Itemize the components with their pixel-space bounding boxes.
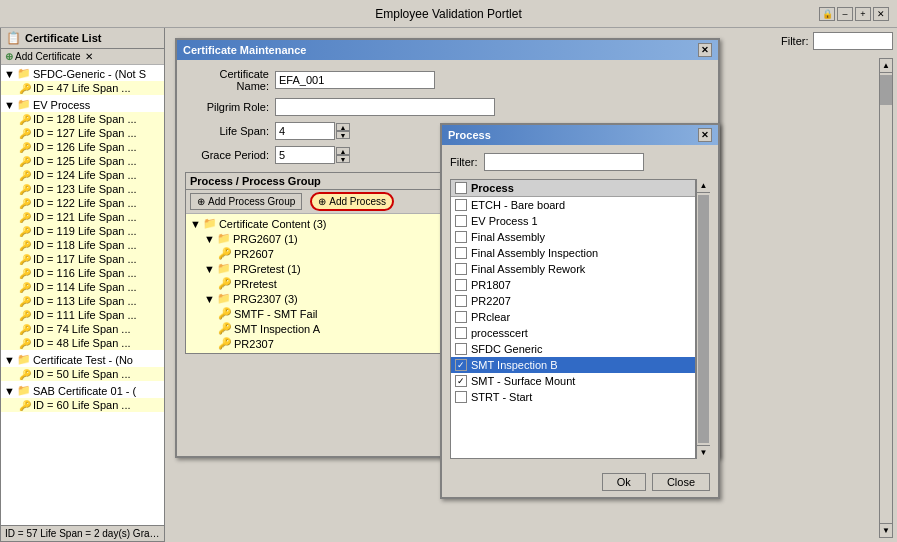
list-item[interactable]: 🔑 ID = 47 Life Span ...	[1, 81, 164, 95]
process-list-item[interactable]: Final Assembly Inspection	[451, 245, 695, 261]
filter-input[interactable]	[813, 32, 893, 50]
list-item[interactable]: 🔑ID = 122 Life Span ...	[1, 196, 164, 210]
process-list-item-selected[interactable]: ✓ SMT Inspection B	[451, 357, 695, 373]
list-item[interactable]: 🔑ID = 127 Life Span ...	[1, 126, 164, 140]
item-checkbox[interactable]	[455, 215, 467, 227]
list-item[interactable]: 🔑ID = 48 Life Span ...	[1, 336, 164, 350]
item-checkbox[interactable]: ✓	[455, 359, 467, 371]
cert-group-test-header[interactable]: ▼ 📁 Certificate Test - (No	[1, 352, 164, 367]
right-scrollbar[interactable]: ▲ ▼	[879, 58, 893, 538]
process-selection-modal: Process ✕ Filter: Process	[440, 123, 720, 499]
item-checkbox[interactable]	[455, 263, 467, 275]
expand-icon: ▼	[204, 233, 215, 245]
item-checkbox[interactable]	[455, 391, 467, 403]
left-panel: 📋 Certificate List ⊕ Add Certificate ✕ ▼…	[0, 28, 165, 542]
process-ok-button[interactable]: Ok	[602, 473, 646, 491]
list-item[interactable]: 🔑ID = 117 Life Span ...	[1, 252, 164, 266]
item-checkbox[interactable]	[455, 247, 467, 259]
maximize-btn[interactable]: +	[855, 7, 871, 21]
item-checkbox[interactable]: ✓	[455, 375, 467, 387]
filter-label: Filter:	[781, 35, 809, 47]
header-checkbox[interactable]	[455, 182, 467, 194]
process-close-button[interactable]: Close	[652, 473, 710, 491]
list-item[interactable]: 🔑ID = 124 Life Span ...	[1, 168, 164, 182]
cert-group-ev-header[interactable]: ▼ 📁 EV Process	[1, 97, 164, 112]
list-item[interactable]: 🔑ID = 126 Life Span ...	[1, 140, 164, 154]
process-list-item[interactable]: PRclear	[451, 309, 695, 325]
grace-period-down-btn[interactable]: ▼	[336, 155, 350, 163]
item-checkbox[interactable]	[455, 199, 467, 211]
process-list-scrollbar[interactable]: ▲ ▼	[696, 179, 710, 459]
grace-period-up-btn[interactable]: ▲	[336, 147, 350, 155]
process-list-item[interactable]: STRT - Start	[451, 389, 695, 405]
process-list-item[interactable]: Final Assembly	[451, 229, 695, 245]
list-item[interactable]: 🔑ID = 121 Life Span ...	[1, 210, 164, 224]
right-scrollbar-area: ▲ ▼	[781, 58, 893, 538]
right-panel: Filter: ▲ ▼	[777, 28, 897, 542]
add-process-group-button[interactable]: ⊕ Add Process Group	[190, 193, 302, 210]
process-modal-close-button[interactable]: ✕	[698, 128, 712, 142]
life-span-input[interactable]	[275, 122, 335, 140]
list-item[interactable]: 🔑ID = 111 Life Span ...	[1, 308, 164, 322]
cert-icon: 🔑	[19, 198, 31, 209]
life-span-down-btn[interactable]: ▼	[336, 131, 350, 139]
life-span-up-btn[interactable]: ▲	[336, 123, 350, 131]
process-list-item[interactable]: Final Assembly Rework	[451, 261, 695, 277]
list-item[interactable]: 🔑ID = 74 Life Span ...	[1, 322, 164, 336]
cert-icon: 🔑	[19, 128, 31, 139]
window-controls[interactable]: 🔒 – + ✕	[819, 7, 889, 21]
process-list-item[interactable]: ETCH - Bare board	[451, 197, 695, 213]
right-scrollbar-down[interactable]: ▼	[880, 523, 892, 537]
process-list-container: Process ETCH - Bare board EV Process 1	[450, 179, 710, 459]
list-item[interactable]: 🔑ID = 118 Life Span ...	[1, 238, 164, 252]
close-btn[interactable]: ✕	[873, 7, 889, 21]
list-item[interactable]: 🔑ID = 123 Life Span ...	[1, 182, 164, 196]
process-filter-input[interactable]	[484, 153, 644, 171]
list-item[interactable]: 🔑ID = 128 Life Span ...	[1, 112, 164, 126]
cert-group-ev-label: EV Process	[33, 99, 90, 111]
process-modal-body: Filter: Process ETCH - Bare board	[442, 145, 718, 467]
add-process-group-label: Add Process Group	[208, 196, 295, 207]
pilgrim-role-input[interactable]	[275, 98, 495, 116]
list-item[interactable]: 🔑ID = 125 Life Span ...	[1, 154, 164, 168]
grace-period-input[interactable]	[275, 146, 335, 164]
cert-name-input[interactable]	[275, 71, 435, 89]
process-list-item-smt[interactable]: ✓ SMT - Surface Mount	[451, 373, 695, 389]
process-list-item[interactable]: SFDC Generic	[451, 341, 695, 357]
minimize-btn[interactable]: –	[837, 7, 853, 21]
item-checkbox[interactable]	[455, 295, 467, 307]
add-process-button[interactable]: ⊕ Add Process	[310, 192, 394, 211]
file-icon: 🔑	[218, 277, 232, 290]
right-scrollbar-up[interactable]: ▲	[880, 59, 892, 73]
cert-list-icon: 📋	[6, 31, 21, 45]
list-item[interactable]: 🔑ID = 119 Life Span ...	[1, 224, 164, 238]
list-item[interactable]: 🔑ID = 114 Life Span ...	[1, 280, 164, 294]
process-modal-title-text: Process	[448, 129, 491, 141]
expand-icon: ▼	[4, 385, 15, 397]
process-list-item[interactable]: processcert	[451, 325, 695, 341]
item-checkbox[interactable]	[455, 327, 467, 339]
scrollbar-down-arrow[interactable]: ▼	[697, 445, 710, 459]
scrollbar-up-arrow[interactable]: ▲	[697, 179, 710, 193]
process-list-item[interactable]: PR2207	[451, 293, 695, 309]
cert-group-sfdc-header[interactable]: ▼ 📁 SFDC-Generic - (Not S	[1, 66, 164, 81]
cert-icon: 🔑	[19, 142, 31, 153]
cert-maintenance-close-button[interactable]: ✕	[698, 43, 712, 57]
add-certificate-button[interactable]: ⊕ Add Certificate	[5, 51, 81, 62]
list-item[interactable]: 🔑ID = 50 Life Span ...	[1, 367, 164, 381]
item-checkbox[interactable]	[455, 231, 467, 243]
cert-icon: 🔑	[19, 226, 31, 237]
item-checkbox[interactable]	[455, 279, 467, 291]
list-item[interactable]: 🔑ID = 116 Life Span ...	[1, 266, 164, 280]
process-list-item[interactable]: EV Process 1	[451, 213, 695, 229]
cert-maintenance-title-text: Certificate Maintenance	[183, 44, 306, 56]
list-item[interactable]: 🔑ID = 60 Life Span ...	[1, 398, 164, 412]
item-checkbox[interactable]	[455, 311, 467, 323]
lock-btn[interactable]: 🔒	[819, 7, 835, 21]
pilgrim-role-label: Pilgrim Role:	[185, 101, 275, 113]
process-list-item[interactable]: PR1807	[451, 277, 695, 293]
list-item[interactable]: 🔑ID = 113 Life Span ...	[1, 294, 164, 308]
item-checkbox[interactable]	[455, 343, 467, 355]
cert-group-sab-header[interactable]: ▼ 📁 SAB Certificate 01 - (	[1, 383, 164, 398]
delete-certificate-button[interactable]: ✕	[85, 51, 93, 62]
